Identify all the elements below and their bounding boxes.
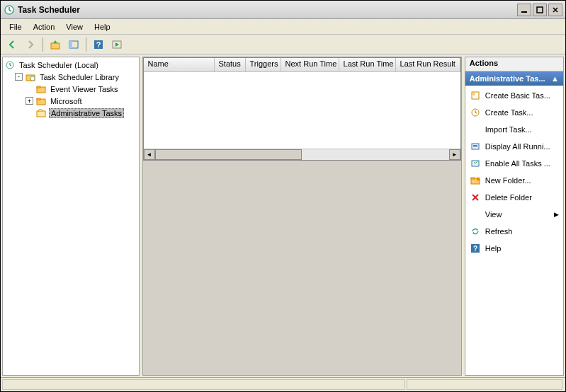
svg-rect-5 <box>69 41 72 48</box>
collapse-arrow-icon: ▲ <box>551 74 559 83</box>
window-title: Task Scheduler <box>18 5 517 15</box>
delete-icon <box>470 192 481 203</box>
up-folder-button[interactable] <box>47 36 64 53</box>
library-icon <box>25 72 36 82</box>
action-view-label: View <box>485 210 502 219</box>
col-name[interactable]: Name <box>144 58 215 71</box>
svg-rect-21 <box>473 145 477 146</box>
action-display-running-label: Display All Runni... <box>485 142 550 151</box>
tree-microsoft[interactable]: + Microsoft <box>26 95 137 107</box>
tree-event-viewer[interactable]: Event Viewer Tasks <box>26 83 137 95</box>
col-status[interactable]: Status <box>215 58 246 71</box>
tree-root-label: Task Scheduler (Local) <box>18 61 100 69</box>
menu-view[interactable]: View <box>60 21 89 33</box>
action-delete-folder-label: Delete Folder <box>485 193 532 202</box>
tree-library-label: Task Scheduler Library <box>38 73 120 81</box>
actions-list: Create Basic Tas... Create Task... Impor… <box>465 86 563 375</box>
window-controls <box>517 4 562 16</box>
tree-root[interactable]: Task Scheduler (Local) <box>4 59 137 71</box>
run-button[interactable] <box>108 36 125 53</box>
status-cell-2 <box>407 379 562 390</box>
tree-panel[interactable]: Task Scheduler (Local) - Task Scheduler … <box>2 57 140 376</box>
center-panel: Name Status Triggers Next Run Time Last … <box>142 57 462 376</box>
toolbar: ? <box>1 35 565 54</box>
tree-library[interactable]: - Task Scheduler Library <box>15 71 137 83</box>
col-last-result[interactable]: Last Run Result <box>396 58 460 71</box>
actions-header: Actions <box>465 57 563 71</box>
svg-point-18 <box>472 93 475 96</box>
help-toolbar-button[interactable]: ? <box>90 36 107 53</box>
menu-help[interactable]: Help <box>89 21 116 33</box>
task-icon <box>470 107 481 118</box>
svg-rect-3 <box>51 43 60 49</box>
svg-point-26 <box>476 178 480 181</box>
titlebar: Task Scheduler <box>1 1 565 19</box>
svg-point-11 <box>30 76 35 81</box>
main-area: Task Scheduler (Local) - Task Scheduler … <box>1 54 565 377</box>
svg-rect-2 <box>537 7 543 13</box>
app-icon <box>4 4 15 16</box>
action-view[interactable]: View ▶ <box>465 206 563 223</box>
import-icon <box>470 124 481 135</box>
blank-icon <box>470 209 481 220</box>
collapse-icon[interactable]: - <box>15 73 23 81</box>
list-header: Name Status Triggers Next Run Time Last … <box>144 58 460 72</box>
svg-text:?: ? <box>96 40 101 49</box>
action-import-task[interactable]: Import Task... <box>465 121 563 138</box>
status-cell-1 <box>2 379 405 390</box>
action-enable-history[interactable]: Enable All Tasks ... <box>465 155 563 172</box>
action-new-folder-label: New Folder... <box>485 176 531 185</box>
menu-file[interactable]: File <box>4 21 28 33</box>
action-create-basic-task-label: Create Basic Tas... <box>485 91 550 100</box>
minimize-button[interactable] <box>517 4 531 16</box>
menubar: File Action View Help <box>1 19 565 35</box>
maximize-button[interactable] <box>533 4 547 16</box>
action-create-task[interactable]: Create Task... <box>465 104 563 121</box>
wizard-icon <box>470 90 481 101</box>
details-panel <box>143 161 461 375</box>
horizontal-scrollbar[interactable]: ◄ ► <box>144 149 460 160</box>
svg-text:?: ? <box>473 245 477 253</box>
svg-rect-22 <box>473 146 477 147</box>
svg-rect-25 <box>471 178 475 179</box>
scroll-left-button[interactable]: ◄ <box>144 149 155 160</box>
submenu-arrow-icon: ▶ <box>554 211 559 218</box>
action-create-task-label: Create Task... <box>485 108 533 117</box>
tree-microsoft-label: Microsoft <box>49 97 84 105</box>
close-button[interactable] <box>548 4 562 16</box>
clock-icon <box>4 60 16 70</box>
nav-forward-button[interactable] <box>22 36 39 53</box>
status-bar <box>1 377 565 391</box>
col-triggers[interactable]: Triggers <box>246 58 281 71</box>
col-last-run[interactable]: Last Run Time <box>339 58 396 71</box>
action-create-basic-task[interactable]: Create Basic Tas... <box>465 87 563 104</box>
svg-rect-16 <box>37 111 45 117</box>
svg-rect-17 <box>472 92 479 99</box>
folder-icon <box>35 84 47 94</box>
scroll-thumb[interactable] <box>155 149 302 160</box>
action-refresh-label: Refresh <box>485 227 513 236</box>
action-help-label: Help <box>485 244 502 253</box>
menu-action[interactable]: Action <box>28 21 61 33</box>
col-next-run[interactable]: Next Run Time <box>281 58 339 71</box>
refresh-icon <box>470 226 481 237</box>
tree-admin-tasks-label: Administrative Tasks <box>49 108 124 118</box>
action-display-running[interactable]: Display All Runni... <box>465 138 563 155</box>
action-delete-folder[interactable]: Delete Folder <box>465 189 563 206</box>
actions-panel: Actions Administrative Tas... ▲ Create B… <box>465 57 564 376</box>
actions-subheader[interactable]: Administrative Tas... ▲ <box>465 71 563 86</box>
svg-rect-1 <box>521 11 527 13</box>
action-new-folder[interactable]: New Folder... <box>465 172 563 189</box>
nav-back-button[interactable] <box>4 36 21 53</box>
action-help[interactable]: ? Help <box>465 240 563 257</box>
expand-icon[interactable]: + <box>26 97 33 105</box>
svg-rect-15 <box>37 98 40 100</box>
help-icon: ? <box>470 243 481 254</box>
svg-rect-13 <box>37 86 40 88</box>
tree-admin-tasks[interactable]: Administrative Tasks <box>26 107 137 119</box>
list-body <box>144 72 460 149</box>
scroll-right-button[interactable]: ► <box>449 149 460 160</box>
task-list[interactable]: Name Status Triggers Next Run Time Last … <box>143 57 461 161</box>
action-refresh[interactable]: Refresh <box>465 223 563 240</box>
show-hide-tree-button[interactable] <box>65 36 82 53</box>
